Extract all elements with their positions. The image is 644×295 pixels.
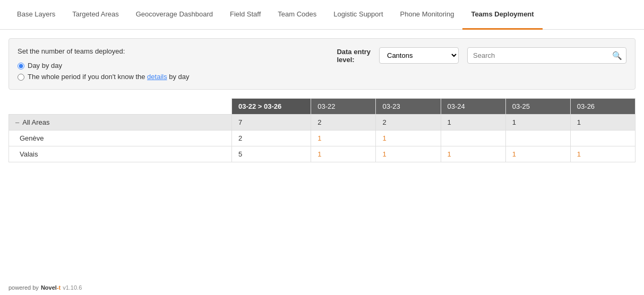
value-cell[interactable]: 1: [376, 131, 441, 146]
value-cell[interactable]: 1: [505, 146, 570, 162]
value-cell[interactable]: 2: [232, 131, 311, 146]
col-header-03-22---03-26: 03-22 > 03-26: [232, 99, 311, 115]
value-cell[interactable]: 1: [570, 146, 635, 162]
data-entry-label: Data entrylevel:: [337, 48, 371, 64]
radio-whole-period-row: The whole period if you don't know the d…: [18, 73, 190, 81]
radio-section: Set the number of teams deployed: Day by…: [18, 47, 190, 81]
value-cell[interactable]: 2: [376, 115, 441, 131]
table-body: –All Areas722111Genève211Valais511111: [9, 115, 636, 162]
value-cell[interactable]: [570, 131, 635, 146]
settings-panel: Set the number of teams deployed: Day by…: [8, 38, 636, 90]
radio-day-by-day-row: Day by day: [18, 62, 190, 70]
value-cell[interactable]: 5: [232, 146, 311, 162]
radio-day-by-day[interactable]: [18, 63, 24, 70]
table-row: –All Areas722111: [9, 115, 636, 131]
details-link[interactable]: details: [147, 73, 167, 81]
col-header-03-22: 03-22: [311, 99, 376, 115]
teams-table: 03-22 > 03-2603-2203-2303-2403-2503-26 –…: [8, 98, 636, 162]
value-cell[interactable]: 1: [441, 115, 505, 131]
table-row: Genève211: [9, 131, 636, 146]
col-header-03-26: 03-26: [570, 99, 635, 115]
data-entry-select[interactable]: CantonsDistrictsRegions: [379, 47, 459, 64]
value-cell[interactable]: [441, 131, 505, 146]
radio-whole-period-label: The whole period if you don't know the d…: [28, 73, 190, 81]
value-cell[interactable]: [505, 131, 570, 146]
col-header-03-23: 03-23: [376, 99, 441, 115]
table-header: 03-22 > 03-2603-2203-2303-2403-2503-26: [9, 99, 636, 115]
col-header-03-25: 03-25: [505, 99, 570, 115]
nav-item-base-layers[interactable]: Base Layers: [8, 0, 64, 30]
nav-item-field-staff[interactable]: Field Staff: [221, 0, 269, 30]
radio-whole-period[interactable]: [18, 74, 24, 81]
nav-item-phone-monitoring[interactable]: Phone Monitoring: [392, 0, 463, 30]
value-cell[interactable]: 2: [311, 115, 376, 131]
nav-item-logistic-support[interactable]: Logistic Support: [325, 0, 391, 30]
search-wrap: 🔍: [467, 47, 626, 64]
search-icon[interactable]: 🔍: [612, 51, 622, 60]
value-cell[interactable]: 1: [441, 146, 505, 162]
table-row: Valais511111: [9, 146, 636, 162]
value-cell[interactable]: 1: [505, 115, 570, 131]
nav-item-geocoverage-dashboard[interactable]: Geocoverage Dashboard: [127, 0, 221, 30]
teams-table-wrap: 03-22 > 03-2603-2203-2303-2403-2503-26 –…: [8, 98, 636, 162]
nav-item-targeted-areas[interactable]: Targeted Areas: [64, 0, 127, 30]
header-row: 03-22 > 03-2603-2203-2303-2403-2503-26: [9, 99, 636, 115]
value-cell[interactable]: 1: [570, 115, 635, 131]
area-cell: Genève: [9, 131, 232, 146]
value-cell[interactable]: 7: [232, 115, 311, 131]
value-cell[interactable]: 1: [311, 146, 376, 162]
panel-title: Set the number of teams deployed:: [18, 47, 190, 55]
value-cell[interactable]: 1: [376, 146, 441, 162]
col-header-03-24: 03-24: [441, 99, 505, 115]
data-entry-section: Data entrylevel: CantonsDistrictsRegions…: [337, 47, 626, 64]
radio-day-by-day-label: Day by day: [28, 62, 62, 70]
area-cell: Valais: [9, 146, 232, 162]
area-cell: –All Areas: [9, 115, 232, 131]
nav-item-team-codes[interactable]: Team Codes: [269, 0, 325, 30]
main-nav: Base LayersTargeted AreasGeocoverage Das…: [0, 0, 644, 30]
value-cell[interactable]: 1: [311, 131, 376, 146]
radio-group: Day by day The whole period if you don't…: [18, 62, 190, 81]
header-empty: [9, 99, 232, 115]
nav-item-teams-deployment[interactable]: Teams Deployment: [462, 0, 542, 30]
search-input[interactable]: [467, 47, 626, 64]
